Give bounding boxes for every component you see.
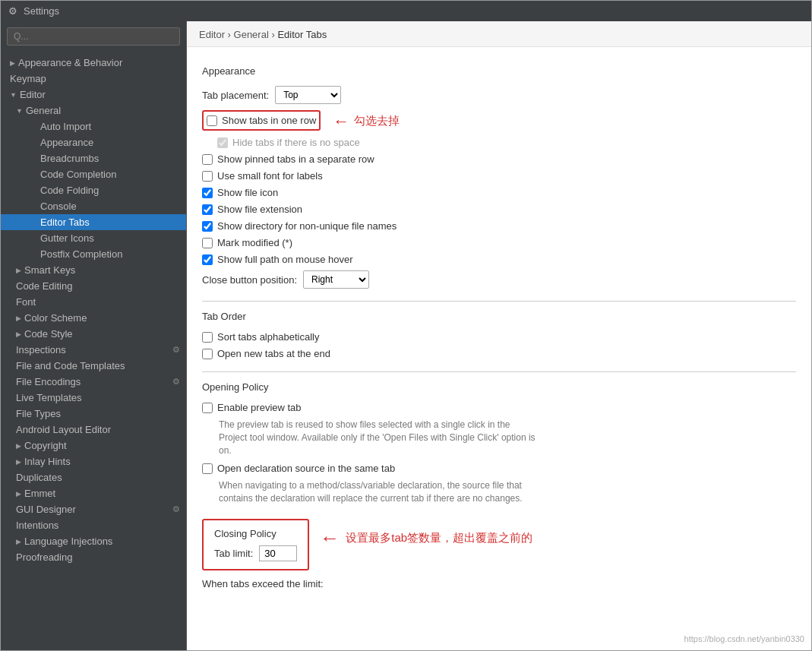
settings-icon: ⚙ <box>8 5 17 17</box>
tab-limit-input[interactable] <box>259 545 297 561</box>
sidebar-item-code-editing[interactable]: Code Editing <box>1 278 186 294</box>
arrow-icon: ▶ <box>16 538 21 545</box>
show-file-extension-label[interactable]: Show file extension <box>217 204 302 215</box>
use-small-font-label[interactable]: Use small font for labels <box>217 170 323 182</box>
gear-icon: ⚙ <box>172 504 180 514</box>
tab-limit-label: Tab limit: <box>214 548 253 559</box>
show-tabs-one-row-label[interactable]: Show tabs in one row <box>222 115 316 126</box>
enable-preview-tab-row: Enable preview tab <box>202 402 796 413</box>
hide-tabs-label: Hide tabs if there is no space <box>232 137 360 148</box>
mark-modified-row: Mark modified (*) <box>202 237 796 248</box>
mark-modified-checkbox[interactable] <box>202 238 213 248</box>
sidebar-item-color-scheme[interactable]: ▶ Color Scheme <box>1 310 186 326</box>
enable-preview-tab-checkbox[interactable] <box>202 403 213 413</box>
sidebar-item-inspections[interactable]: Inspections ⚙ <box>1 342 186 358</box>
opening-policy-section-header: Opening Policy <box>202 381 796 393</box>
sidebar-item-live-templates[interactable]: Live Templates <box>1 390 186 406</box>
search-box[interactable] <box>7 27 180 46</box>
sidebar-item-duplicates[interactable]: Duplicates <box>1 469 186 485</box>
show-full-path-label[interactable]: Show full path on mouse hover <box>217 254 353 265</box>
sort-tabs-alpha-label[interactable]: Sort tabs alphabetically <box>217 331 319 343</box>
sidebar-item-code-style[interactable]: ▶ Code Style <box>1 326 186 342</box>
show-pinned-checkbox[interactable] <box>202 154 213 165</box>
annotation-2: 设置最多tab签数量，超出覆盖之前的 <box>346 531 532 545</box>
use-small-font-checkbox[interactable] <box>202 171 213 182</box>
arrow-icon: ▶ <box>16 442 21 450</box>
sidebar-item-language-injections[interactable]: ▶ Language Injections <box>1 533 186 549</box>
tab-placement-row: Tab placement: Top Bottom Left Right Non… <box>202 86 796 104</box>
sidebar-label: Smart Keys <box>24 264 75 276</box>
hide-tabs-row: Hide tabs if there is no space <box>217 137 796 148</box>
sidebar-item-font[interactable]: Font <box>1 294 186 310</box>
sidebar-item-code-folding[interactable]: Code Folding <box>1 182 186 198</box>
sidebar-item-general[interactable]: ▼ General <box>1 103 186 119</box>
sidebar-label: Copyright <box>24 440 67 451</box>
show-file-extension-checkbox[interactable] <box>202 204 213 215</box>
sidebar-item-editor-tabs[interactable]: Editor Tabs <box>1 214 186 230</box>
sidebar-item-gui-designer[interactable]: GUI Designer ⚙ <box>1 501 186 517</box>
arrow-icon: ▼ <box>16 107 23 115</box>
title-bar: ⚙ Settings <box>1 1 811 21</box>
sidebar-item-appearance[interactable]: Appearance <box>1 134 186 150</box>
open-declaration-desc: When navigating to a method/class/variab… <box>219 479 538 505</box>
show-full-path-checkbox[interactable] <box>202 254 213 265</box>
show-full-path-row: Show full path on mouse hover <box>202 254 796 265</box>
sidebar-item-file-code-templates[interactable]: File and Code Templates <box>1 358 186 374</box>
sidebar-item-intentions[interactable]: Intentions <box>1 517 186 533</box>
show-file-icon-checkbox[interactable] <box>202 188 213 198</box>
sidebar-item-proofreading[interactable]: Proofreading <box>1 549 186 565</box>
sidebar-item-auto-import[interactable]: Auto Import <box>1 119 186 134</box>
arrow-icon: ▶ <box>16 458 21 466</box>
main-content: Editor › General › Editor Tabs Appearanc… <box>187 21 811 650</box>
divider-1 <box>202 301 796 302</box>
show-tabs-one-row-checkbox[interactable] <box>207 115 217 126</box>
sidebar-item-file-encodings[interactable]: File Encodings ⚙ <box>1 374 186 390</box>
close-button-select[interactable]: Right Left Hidden <box>303 270 369 289</box>
watermark: https://blog.csdn.net/yanbin0330 <box>684 634 804 643</box>
sidebar-item-appearance-behavior[interactable]: ▶ Appearance & Behavior <box>1 55 186 71</box>
sidebar-item-copyright[interactable]: ▶ Copyright <box>1 438 186 453</box>
hide-tabs-checkbox <box>217 137 228 148</box>
sidebar-item-code-completion[interactable]: Code Completion <box>1 166 186 182</box>
sort-tabs-alpha-checkbox[interactable] <box>202 332 213 343</box>
tab-placement-select[interactable]: Top Bottom Left Right None <box>275 86 341 104</box>
sort-tabs-alpha-row: Sort tabs alphabetically <box>202 331 796 343</box>
window-title: Settings <box>24 5 59 17</box>
sidebar-item-postfix-completion[interactable]: Postfix Completion <box>1 246 186 262</box>
mark-modified-label[interactable]: Mark modified (*) <box>217 237 292 248</box>
enable-preview-tab-label[interactable]: Enable preview tab <box>217 402 302 413</box>
when-tabs-exceed: When tabs exceed the limit: <box>202 578 796 589</box>
divider-2 <box>202 371 796 372</box>
sidebar-item-smart-keys[interactable]: ▶ Smart Keys <box>1 262 186 278</box>
show-file-icon-row: Show file icon <box>202 187 796 198</box>
show-directory-label[interactable]: Show directory for non-unique file names <box>217 220 397 232</box>
sidebar-item-console[interactable]: Console <box>1 198 186 214</box>
arrow-icon: ▶ <box>16 330 21 338</box>
sidebar-item-gutter-icons[interactable]: Gutter Icons <box>1 230 186 246</box>
hide-tabs-subsection: Hide tabs if there is no space <box>217 137 796 148</box>
sidebar-tree: ▶ Appearance & Behavior Keymap ▼ Editor … <box>1 52 186 650</box>
open-new-tabs-end-label[interactable]: Open new tabs at the end <box>217 348 330 359</box>
sidebar-label: General <box>26 105 61 116</box>
sidebar-label: Code Style <box>24 328 73 340</box>
open-new-tabs-end-checkbox[interactable] <box>202 349 213 359</box>
open-declaration-row: Open declaration source in the same tab <box>202 463 796 474</box>
sidebar-item-emmet[interactable]: ▶ Emmet <box>1 485 186 501</box>
tab-order-section-header: Tab Order <box>202 311 796 322</box>
sidebar-item-breadcrumbs[interactable]: Breadcrumbs <box>1 150 186 166</box>
sidebar: ▶ Appearance & Behavior Keymap ▼ Editor … <box>1 21 187 650</box>
sidebar-item-inlay-hints[interactable]: ▶ Inlay Hints <box>1 453 186 469</box>
sidebar-item-editor[interactable]: ▼ Editor <box>1 87 186 103</box>
search-input[interactable] <box>7 27 180 46</box>
sidebar-item-keymap[interactable]: Keymap <box>1 71 186 87</box>
show-file-icon-label[interactable]: Show file icon <box>217 187 278 198</box>
settings-panel: Appearance Tab placement: Top Bottom Lef… <box>187 47 811 602</box>
tab-placement-label: Tab placement: <box>202 90 269 101</box>
open-declaration-label[interactable]: Open declaration source in the same tab <box>217 463 395 474</box>
show-pinned-label[interactable]: Show pinned tabs in a separate row <box>217 153 374 165</box>
sidebar-item-file-types[interactable]: File Types <box>1 406 186 422</box>
sidebar-item-android-layout-editor[interactable]: Android Layout Editor <box>1 422 186 438</box>
breadcrumb-sep1: › <box>228 29 234 40</box>
show-directory-checkbox[interactable] <box>202 221 213 232</box>
open-declaration-checkbox[interactable] <box>202 463 213 474</box>
